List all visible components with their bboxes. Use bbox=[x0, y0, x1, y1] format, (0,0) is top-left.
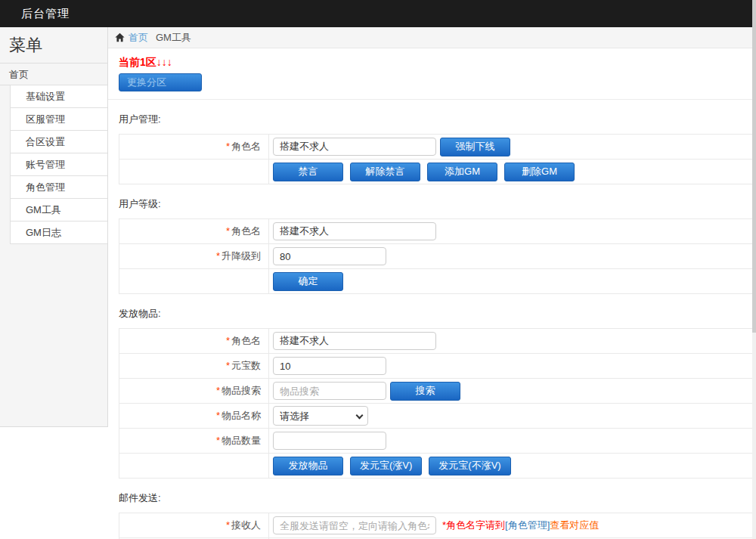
search-button[interactable]: 搜索 bbox=[390, 382, 460, 401]
item-name-select-wrap: 请选择 bbox=[273, 406, 368, 426]
field-label: 角色名 bbox=[231, 335, 261, 346]
field-label: 物品名称 bbox=[222, 410, 261, 421]
sidebar-item-gm-logs[interactable]: GM日志 bbox=[10, 221, 107, 244]
field-control-cell: 强制下线 bbox=[269, 135, 756, 160]
field-label-cell bbox=[119, 160, 269, 184]
table-row: *物品数量 bbox=[119, 429, 756, 454]
layout: 菜单 首页 基础设置区服管理合区设置账号管理角色管理GM工具GM日志 首页 GM… bbox=[0, 27, 756, 539]
field-control-cell bbox=[269, 354, 756, 379]
role-name-hint: *角色名字请到[角色管理]查看对应值 bbox=[442, 519, 599, 531]
table-row: *角色名强制下线 bbox=[119, 135, 756, 160]
switch-zone-button[interactable]: 更换分区 bbox=[119, 73, 202, 91]
sidebar-item-server-management[interactable]: 区服管理 bbox=[10, 107, 107, 131]
content: 当前1区↓↓↓ 更换分区 用户管理:*角色名强制下线禁言解除禁言添加GM删除GM… bbox=[108, 48, 756, 539]
field-control-cell: 发放物品发元宝(涨V)发元宝(不涨V) bbox=[269, 454, 756, 479]
add-gm-button[interactable]: 添加GM bbox=[427, 163, 497, 181]
section-title: 邮件发送: bbox=[119, 491, 756, 505]
field-label-cell: *角色名 bbox=[119, 219, 269, 244]
required-asterisk: * bbox=[226, 519, 230, 531]
main-panel: 首页 GM工具 当前1区↓↓↓ 更换分区 用户管理:*角色名强制下线禁言解除禁言… bbox=[108, 27, 756, 539]
separator bbox=[108, 99, 756, 100]
section-title: 用户等级: bbox=[119, 197, 756, 211]
sidebar-item-merge-settings[interactable]: 合区设置 bbox=[10, 130, 107, 153]
field-control-cell: 禁言解除禁言添加GM删除GM bbox=[269, 160, 756, 184]
field-label: 角色名 bbox=[231, 225, 261, 237]
give-yuanbao-novip-button[interactable]: 发元宝(不涨V) bbox=[429, 457, 510, 475]
field-label-cell: *角色名 bbox=[119, 329, 269, 354]
table-row: *接收人*角色名字请到[角色管理]查看对应值 bbox=[119, 513, 756, 538]
sidebar: 菜单 首页 基础设置区服管理合区设置账号管理角色管理GM工具GM日志 bbox=[0, 27, 108, 427]
table-row: *角色名 bbox=[119, 329, 756, 354]
field-label: 升降级到 bbox=[222, 250, 261, 262]
vertical-scrollbar[interactable] bbox=[752, 0, 756, 539]
role-name-input[interactable] bbox=[273, 332, 436, 350]
field-label: 角色名 bbox=[231, 141, 261, 152]
form-table: *角色名*升降级到确定 bbox=[119, 218, 756, 294]
field-label: 元宝数 bbox=[231, 360, 261, 371]
zone-notice: 当前1区↓↓↓ bbox=[119, 56, 756, 70]
scrollbar-thumb[interactable] bbox=[752, 0, 756, 333]
breadcrumb-home-link[interactable]: 首页 bbox=[129, 31, 148, 45]
field-control-cell: *角色名字请到[角色管理]查看对应值 bbox=[269, 513, 756, 538]
give-item-button[interactable]: 发放物品 bbox=[273, 457, 343, 475]
sidebar-item-account-management[interactable]: 账号管理 bbox=[10, 153, 107, 176]
required-asterisk: * bbox=[216, 435, 220, 446]
sidebar-item-home[interactable]: 首页 bbox=[0, 63, 107, 85]
sidebar-item-gm-tools[interactable]: GM工具 bbox=[10, 198, 107, 221]
level-input[interactable] bbox=[273, 247, 386, 265]
screen: 后台管理 菜单 首页 基础设置区服管理合区设置账号管理角色管理GM工具GM日志 … bbox=[0, 0, 756, 539]
item-quantity-input[interactable] bbox=[273, 432, 386, 450]
table-row: 禁言解除禁言添加GM删除GM bbox=[119, 160, 756, 184]
table-row: 确定 bbox=[119, 269, 756, 294]
hint-part: 查看对应值 bbox=[550, 519, 599, 531]
field-control-cell bbox=[269, 244, 756, 269]
form-sections: 用户管理:*角色名强制下线禁言解除禁言添加GM删除GM用户等级:*角色名*升降级… bbox=[119, 113, 756, 539]
section-mail-send: 邮件发送:*接收人*角色名字请到[角色管理]查看对应值*标题 bbox=[119, 491, 756, 539]
section-user-management: 用户管理:*角色名强制下线禁言解除禁言添加GM删除GM bbox=[119, 113, 756, 184]
unmute-button[interactable]: 解除禁言 bbox=[350, 163, 420, 181]
required-asterisk: * bbox=[216, 250, 220, 262]
required-asterisk: * bbox=[226, 335, 230, 346]
required-asterisk: * bbox=[216, 385, 220, 396]
app-title: 后台管理 bbox=[0, 7, 70, 21]
field-control-cell: 确定 bbox=[269, 269, 756, 294]
section-user-level: 用户等级:*角色名*升降级到确定 bbox=[119, 197, 756, 294]
section-title: 用户管理: bbox=[119, 113, 756, 126]
form-table: *角色名强制下线禁言解除禁言添加GM删除GM bbox=[119, 134, 756, 184]
field-label-cell: *物品数量 bbox=[119, 429, 269, 454]
item-search-input[interactable] bbox=[273, 382, 386, 400]
sidebar-item-basic-settings[interactable]: 基础设置 bbox=[10, 85, 107, 108]
field-label: 接收人 bbox=[231, 519, 261, 531]
field-label-cell: *角色名 bbox=[119, 135, 269, 160]
table-row: *角色名 bbox=[119, 219, 756, 244]
role-name-input[interactable] bbox=[273, 222, 436, 240]
recipient-input[interactable] bbox=[273, 516, 436, 534]
required-asterisk: * bbox=[226, 360, 230, 371]
confirm-button[interactable]: 确定 bbox=[273, 272, 343, 291]
field-control-cell bbox=[269, 219, 756, 244]
table-row: *物品搜索搜索 bbox=[119, 379, 756, 404]
yuanbao-count-input[interactable] bbox=[273, 357, 386, 375]
required-asterisk: * bbox=[226, 141, 230, 152]
hint-part-link[interactable]: [角色管理] bbox=[505, 519, 550, 531]
field-control-cell bbox=[269, 429, 756, 454]
breadcrumb-current: GM工具 bbox=[156, 31, 191, 45]
field-label-cell: *物品名称 bbox=[119, 404, 269, 429]
item-name-select[interactable]: 请选择 bbox=[273, 406, 368, 426]
table-row: *物品名称请选择 bbox=[119, 404, 756, 429]
remove-gm-button[interactable]: 删除GM bbox=[504, 163, 575, 181]
field-label: 物品数量 bbox=[222, 435, 261, 446]
form-table: *角色名*元宝数*物品搜索搜索*物品名称请选择*物品数量发放物品发元宝(涨V)发… bbox=[119, 328, 756, 479]
role-name-input[interactable] bbox=[273, 138, 436, 156]
mute-button[interactable]: 禁言 bbox=[273, 163, 343, 181]
sidebar-column: 菜单 首页 基础设置区服管理合区设置账号管理角色管理GM工具GM日志 bbox=[0, 27, 108, 539]
sidebar-item-role-management[interactable]: 角色管理 bbox=[10, 175, 107, 199]
required-asterisk: * bbox=[216, 410, 220, 421]
force-offline-button[interactable]: 强制下线 bbox=[440, 138, 510, 156]
section-title: 发放物品: bbox=[119, 307, 756, 321]
field-label-cell bbox=[119, 269, 269, 294]
section-give-items: 发放物品:*角色名*元宝数*物品搜索搜索*物品名称请选择*物品数量发放物品发元宝… bbox=[119, 307, 756, 479]
field-control-cell bbox=[269, 329, 756, 354]
field-control-cell: 搜索 bbox=[269, 379, 756, 404]
give-yuanbao-vip-button[interactable]: 发元宝(涨V) bbox=[350, 457, 422, 475]
